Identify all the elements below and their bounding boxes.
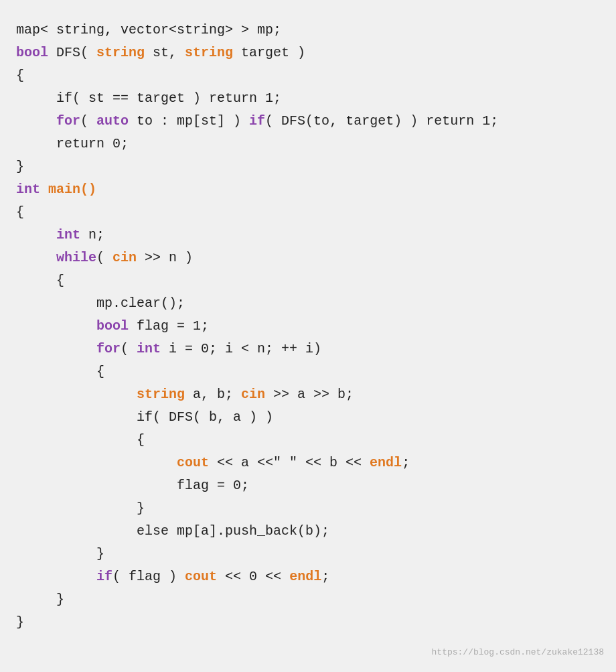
code-token: ; <box>402 455 410 470</box>
code-line: int main() <box>16 178 600 201</box>
code-token: while <box>56 250 96 265</box>
code-token: if( DFS( b, a ) ) <box>16 409 273 425</box>
code-line: { <box>16 269 600 292</box>
code-token: ( <box>80 113 96 129</box>
code-token: int <box>137 341 161 356</box>
code-line: while( cin >> n ) <box>16 247 600 269</box>
code-block: map< string, vector<string> > mp;bool DF… <box>16 12 600 641</box>
code-token: string <box>137 387 185 402</box>
code-token: } <box>16 546 104 561</box>
code-token: map< string, vector<string> > mp; <box>16 22 281 38</box>
code-token: string <box>185 45 233 60</box>
code-token: { <box>16 364 104 379</box>
code-token: if( st == target ) return 1; <box>16 90 281 106</box>
code-line: bool flag = 1; <box>16 315 600 338</box>
code-line: for( int i = 0; i < n; ++ i) <box>16 338 600 360</box>
code-token: n; <box>80 227 104 243</box>
code-token <box>16 387 137 402</box>
code-token: flag = 0; <box>16 478 249 493</box>
code-token: } <box>16 159 24 174</box>
code-token <box>16 318 96 334</box>
code-line: for( auto to : mp[st] ) if( DFS(to, targ… <box>16 110 600 133</box>
code-token: endl <box>370 455 402 470</box>
code-token: int <box>56 227 80 243</box>
code-token: ; <box>321 569 329 584</box>
watermark: https://blog.csdn.net/zukake12138 <box>432 645 604 660</box>
code-line: } <box>16 155 600 178</box>
code-token: << a <<" " << b << <box>209 455 370 470</box>
code-token: for <box>56 113 80 129</box>
code-line: { <box>16 64 600 87</box>
code-token: { <box>16 68 24 83</box>
code-line: } <box>16 543 600 565</box>
code-token: ( <box>121 341 137 356</box>
code-token: for <box>96 341 121 356</box>
code-line: flag = 0; <box>16 474 600 497</box>
code-token <box>16 569 96 584</box>
code-line: { <box>16 429 600 452</box>
code-token: cin <box>112 250 137 265</box>
code-line: return 0; <box>16 133 600 155</box>
code-line: { <box>16 360 600 383</box>
code-line: else mp[a].push_back(b); <box>16 520 600 543</box>
code-token: mp.clear(); <box>16 295 185 311</box>
code-line: } <box>16 611 600 634</box>
code-token <box>16 250 56 265</box>
code-token <box>40 182 48 197</box>
code-line: string a, b; cin >> a >> b; <box>16 383 600 406</box>
code-line: if( flag ) cout << 0 << endl; <box>16 565 600 588</box>
code-line: bool DFS( string st, string target ) <box>16 42 600 64</box>
code-token <box>16 113 56 129</box>
code-token: bool <box>96 318 129 334</box>
code-token: { <box>16 204 24 220</box>
code-line: { <box>16 201 600 224</box>
code-token: to : mp[st] ) <box>129 113 249 129</box>
code-token: if <box>96 569 112 584</box>
code-token: ( DFS(to, target) ) return 1; <box>265 113 498 129</box>
code-token: << 0 << <box>217 569 289 584</box>
code-line: map< string, vector<string> > mp; <box>16 19 600 42</box>
code-token: bool <box>16 45 48 60</box>
code-token: { <box>16 273 64 288</box>
code-token: DFS( <box>48 45 96 60</box>
code-token: flag = 1; <box>129 318 209 334</box>
code-token: >> n ) <box>137 250 193 265</box>
code-token: cin <box>241 387 265 402</box>
code-token: return 0; <box>16 136 129 151</box>
code-token <box>16 455 177 470</box>
code-token: endl <box>289 569 321 584</box>
code-token: i = 0; i < n; ++ i) <box>161 341 321 356</box>
code-line: } <box>16 497 600 520</box>
code-line: if( st == target ) return 1; <box>16 87 600 110</box>
code-line: int n; <box>16 224 600 247</box>
code-token <box>16 341 96 356</box>
code-line: if( DFS( b, a ) ) <box>16 406 600 429</box>
code-token: if <box>249 113 265 129</box>
code-token: string <box>96 45 145 60</box>
code-token: main() <box>48 182 96 197</box>
code-token: target ) <box>233 45 305 60</box>
code-token: ( <box>96 250 112 265</box>
code-token: } <box>16 592 64 607</box>
code-token: else mp[a].push_back(b); <box>16 523 329 539</box>
code-token: } <box>16 500 145 516</box>
code-line: } <box>16 588 600 611</box>
code-token: st, <box>145 45 185 60</box>
code-line: cout << a <<" " << b << endl; <box>16 452 600 474</box>
code-token: ( flag ) <box>112 569 185 584</box>
code-token <box>16 227 56 243</box>
code-token: cout <box>177 455 209 470</box>
code-token: a, b; <box>185 387 241 402</box>
code-token: { <box>16 432 145 448</box>
code-token: } <box>16 614 24 630</box>
code-token: cout <box>185 569 217 584</box>
code-line: mp.clear(); <box>16 292 600 315</box>
code-token: >> a >> b; <box>265 387 354 402</box>
code-token: int <box>16 182 40 197</box>
code-token: auto <box>96 113 129 129</box>
